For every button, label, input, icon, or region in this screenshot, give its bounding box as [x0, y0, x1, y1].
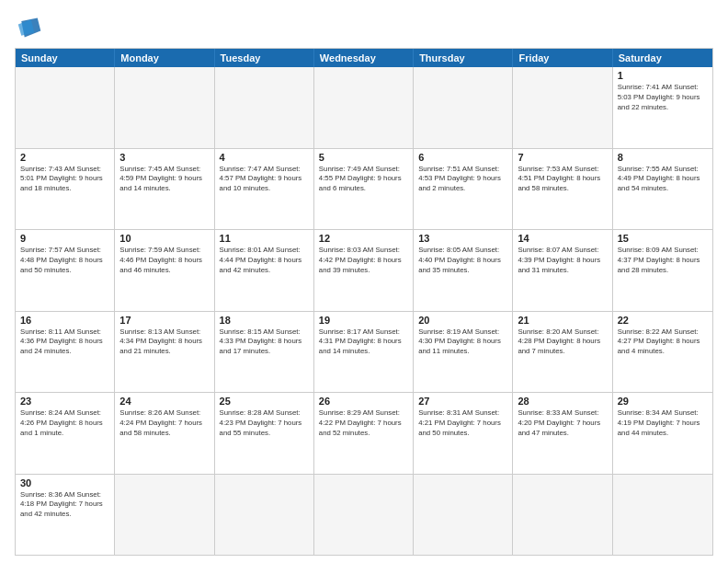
day-number: 11 — [220, 233, 309, 244]
calendar-cell-4-5: 28Sunrise: 8:33 AM Sunset: 4:20 PM Dayli… — [513, 393, 612, 474]
day-number: 30 — [20, 477, 109, 488]
calendar-cell-0-0 — [16, 67, 115, 148]
calendar: SundayMondayTuesdayWednesdayThursdayFrid… — [15, 48, 713, 556]
day-info: Sunrise: 8:13 AM Sunset: 4:34 PM Dayligh… — [119, 327, 209, 358]
calendar-cell-2-0: 9Sunrise: 7:57 AM Sunset: 4:48 PM Daylig… — [16, 230, 115, 311]
day-number: 2 — [20, 152, 109, 163]
general-blue-logo-icon — [15, 15, 44, 40]
calendar-cell-0-2 — [215, 67, 314, 148]
day-number: 5 — [319, 152, 408, 163]
calendar-cell-2-6: 15Sunrise: 8:09 AM Sunset: 4:37 PM Dayli… — [613, 230, 712, 311]
calendar-cell-3-1: 17Sunrise: 8:13 AM Sunset: 4:34 PM Dayli… — [115, 312, 214, 393]
day-info: Sunrise: 8:01 AM Sunset: 4:44 PM Dayligh… — [220, 246, 309, 276]
calendar-header: SundayMondayTuesdayWednesdayThursdayFrid… — [16, 49, 712, 67]
day-info: Sunrise: 7:57 AM Sunset: 4:48 PM Dayligh… — [20, 246, 109, 276]
logo — [15, 15, 48, 40]
day-number: 18 — [220, 315, 309, 326]
calendar-cell-0-3 — [314, 67, 414, 148]
day-number: 15 — [618, 233, 708, 244]
day-number: 7 — [518, 152, 607, 163]
day-info: Sunrise: 8:33 AM Sunset: 4:20 PM Dayligh… — [518, 408, 607, 439]
calendar-cell-2-4: 13Sunrise: 8:05 AM Sunset: 4:40 PM Dayli… — [414, 230, 513, 311]
day-info: Sunrise: 7:51 AM Sunset: 4:53 PM Dayligh… — [418, 165, 507, 195]
day-info: Sunrise: 8:20 AM Sunset: 4:28 PM Dayligh… — [518, 327, 607, 358]
calendar-cell-3-3: 19Sunrise: 8:17 AM Sunset: 4:31 PM Dayli… — [314, 312, 414, 393]
day-info: Sunrise: 8:34 AM Sunset: 4:19 PM Dayligh… — [618, 408, 708, 439]
calendar-cell-1-3: 5Sunrise: 7:49 AM Sunset: 4:55 PM Daylig… — [314, 149, 414, 230]
day-number: 1 — [618, 70, 708, 81]
day-number: 13 — [418, 233, 507, 244]
calendar-row-3: 16Sunrise: 8:11 AM Sunset: 4:36 PM Dayli… — [16, 311, 712, 393]
calendar-cell-2-3: 12Sunrise: 8:03 AM Sunset: 4:42 PM Dayli… — [314, 230, 414, 311]
calendar-cell-0-5 — [513, 67, 612, 148]
calendar-cell-1-6: 8Sunrise: 7:55 AM Sunset: 4:49 PM Daylig… — [613, 149, 712, 230]
calendar-cell-4-3: 26Sunrise: 8:29 AM Sunset: 4:22 PM Dayli… — [314, 393, 414, 474]
calendar-cell-5-5 — [513, 475, 612, 556]
day-info: Sunrise: 7:45 AM Sunset: 4:59 PM Dayligh… — [119, 165, 209, 195]
calendar-body: 1Sunrise: 7:41 AM Sunset: 5:03 PM Daylig… — [16, 67, 712, 555]
calendar-cell-5-6 — [613, 475, 712, 556]
day-info: Sunrise: 7:49 AM Sunset: 4:55 PM Dayligh… — [319, 165, 408, 195]
calendar-cell-0-4 — [414, 67, 513, 148]
calendar-cell-4-2: 25Sunrise: 8:28 AM Sunset: 4:23 PM Dayli… — [215, 393, 314, 474]
calendar-cell-4-4: 27Sunrise: 8:31 AM Sunset: 4:21 PM Dayli… — [414, 393, 513, 474]
day-info: Sunrise: 8:11 AM Sunset: 4:36 PM Dayligh… — [20, 327, 109, 358]
calendar-cell-0-1 — [115, 67, 214, 148]
day-number: 23 — [20, 396, 109, 407]
day-number: 19 — [319, 315, 408, 326]
day-number: 16 — [20, 315, 109, 326]
day-number: 27 — [418, 396, 507, 407]
day-number: 21 — [518, 315, 607, 326]
day-info: Sunrise: 7:43 AM Sunset: 5:01 PM Dayligh… — [20, 165, 109, 195]
day-number: 28 — [518, 396, 607, 407]
header-day-wednesday: Wednesday — [314, 49, 414, 67]
day-number: 3 — [119, 152, 209, 163]
calendar-cell-4-0: 23Sunrise: 8:24 AM Sunset: 4:26 PM Dayli… — [16, 393, 115, 474]
day-info: Sunrise: 8:03 AM Sunset: 4:42 PM Dayligh… — [319, 246, 408, 276]
day-info: Sunrise: 8:15 AM Sunset: 4:33 PM Dayligh… — [220, 327, 309, 358]
calendar-row-4: 23Sunrise: 8:24 AM Sunset: 4:26 PM Dayli… — [16, 392, 712, 474]
calendar-cell-2-1: 10Sunrise: 7:59 AM Sunset: 4:46 PM Dayli… — [115, 230, 214, 311]
day-number: 25 — [220, 396, 309, 407]
day-info: Sunrise: 8:24 AM Sunset: 4:26 PM Dayligh… — [20, 408, 109, 439]
day-number: 12 — [319, 233, 408, 244]
calendar-row-0: 1Sunrise: 7:41 AM Sunset: 5:03 PM Daylig… — [16, 67, 712, 148]
day-info: Sunrise: 8:22 AM Sunset: 4:27 PM Dayligh… — [618, 327, 708, 358]
calendar-cell-4-6: 29Sunrise: 8:34 AM Sunset: 4:19 PM Dayli… — [613, 393, 712, 474]
day-number: 4 — [220, 152, 309, 163]
day-info: Sunrise: 8:36 AM Sunset: 4:18 PM Dayligh… — [20, 490, 109, 521]
day-info: Sunrise: 8:09 AM Sunset: 4:37 PM Dayligh… — [618, 246, 708, 276]
header — [15, 15, 713, 40]
header-day-monday: Monday — [115, 49, 214, 67]
day-info: Sunrise: 8:17 AM Sunset: 4:31 PM Dayligh… — [319, 327, 408, 358]
calendar-cell-1-2: 4Sunrise: 7:47 AM Sunset: 4:57 PM Daylig… — [215, 149, 314, 230]
day-number: 22 — [618, 315, 708, 326]
day-info: Sunrise: 8:07 AM Sunset: 4:39 PM Dayligh… — [518, 246, 607, 276]
day-info: Sunrise: 8:26 AM Sunset: 4:24 PM Dayligh… — [119, 408, 209, 439]
day-number: 29 — [618, 396, 708, 407]
calendar-row-5: 30Sunrise: 8:36 AM Sunset: 4:18 PM Dayli… — [16, 474, 712, 556]
calendar-cell-0-6: 1Sunrise: 7:41 AM Sunset: 5:03 PM Daylig… — [613, 67, 712, 148]
day-info: Sunrise: 7:55 AM Sunset: 4:49 PM Dayligh… — [618, 165, 708, 195]
calendar-row-2: 9Sunrise: 7:57 AM Sunset: 4:48 PM Daylig… — [16, 229, 712, 311]
day-number: 26 — [319, 396, 408, 407]
day-info: Sunrise: 7:53 AM Sunset: 4:51 PM Dayligh… — [518, 165, 607, 195]
day-info: Sunrise: 8:19 AM Sunset: 4:30 PM Dayligh… — [418, 327, 507, 358]
day-number: 20 — [418, 315, 507, 326]
calendar-cell-3-5: 21Sunrise: 8:20 AM Sunset: 4:28 PM Dayli… — [513, 312, 612, 393]
calendar-cell-1-0: 2Sunrise: 7:43 AM Sunset: 5:01 PM Daylig… — [16, 149, 115, 230]
calendar-cell-3-2: 18Sunrise: 8:15 AM Sunset: 4:33 PM Dayli… — [215, 312, 314, 393]
day-number: 24 — [119, 396, 209, 407]
day-number: 9 — [20, 233, 109, 244]
calendar-cell-5-0: 30Sunrise: 8:36 AM Sunset: 4:18 PM Dayli… — [16, 475, 115, 556]
header-day-thursday: Thursday — [414, 49, 513, 67]
calendar-cell-2-5: 14Sunrise: 8:07 AM Sunset: 4:39 PM Dayli… — [513, 230, 612, 311]
calendar-cell-5-4 — [414, 475, 513, 556]
calendar-cell-5-3 — [314, 475, 414, 556]
header-day-tuesday: Tuesday — [215, 49, 314, 67]
header-day-friday: Friday — [513, 49, 612, 67]
day-info: Sunrise: 7:41 AM Sunset: 5:03 PM Dayligh… — [618, 83, 708, 113]
day-number: 10 — [119, 233, 209, 244]
header-day-saturday: Saturday — [613, 49, 712, 67]
day-number: 17 — [119, 315, 209, 326]
